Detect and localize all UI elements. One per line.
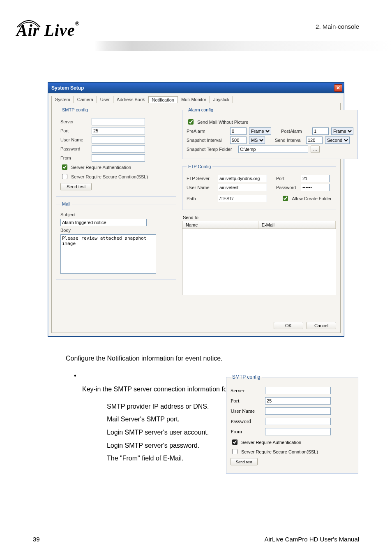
smtp2-port-label: Port — [231, 398, 263, 404]
smtp-ssl-check[interactable] — [62, 174, 67, 179]
snap-int-unit[interactable]: MS — [249, 136, 265, 144]
prealarm-input[interactable] — [230, 127, 247, 135]
tab-system[interactable]: System — [51, 96, 74, 103]
snap-int-label: Snapshot Interval — [187, 138, 228, 143]
smtp-config-cutout: SMTP config Server Port User Name Passwo… — [226, 374, 358, 474]
intro-text: Configure the Notification information f… — [66, 353, 343, 364]
mail-body-input[interactable] — [60, 234, 156, 274]
smtp2-legend: SMTP config — [231, 374, 262, 380]
alarm-legend: Alarm config — [187, 107, 215, 112]
mail-subject-label: Subject — [60, 212, 89, 217]
sendto-listbox[interactable] — [182, 229, 336, 295]
cancel-button[interactable]: Cancel — [307, 322, 336, 329]
footer-text: AirLive CamPro HD User's Manual — [265, 536, 359, 543]
sendto-label: Send to — [183, 215, 336, 220]
ok-button[interactable]: OK — [274, 322, 303, 329]
postalarm-input[interactable] — [312, 127, 329, 135]
alarm-nopic-checkbox[interactable]: Send Mail Wthout Picture — [187, 118, 353, 126]
sendto-list-header: Name E-Mail — [182, 221, 336, 229]
tab-joystick[interactable]: Joystick — [210, 96, 233, 103]
mail-group: Mail Subject Body — [56, 201, 176, 280]
browse-button[interactable]: ... — [311, 146, 320, 153]
smtp-ssl-checkbox[interactable]: Server Require Secure Conntion(SSL) — [60, 173, 172, 180]
prealarm-unit[interactable]: Frame — [249, 127, 271, 135]
smtp2-from-label: From — [231, 428, 263, 435]
snap-int-input[interactable] — [230, 136, 247, 144]
postalarm-unit[interactable]: Frame — [331, 127, 353, 135]
tab-bar: System Camera User Address Book Notifica… — [48, 93, 344, 103]
smtp2-user-input[interactable] — [265, 407, 331, 415]
smtp-server-input[interactable] — [92, 118, 145, 125]
smtp2-ssl-checkbox[interactable]: Server Require Secure Conntion(SSL) — [231, 448, 354, 456]
alarm-config-group: Alarm config Send Mail Wthout Picture Pr… — [182, 107, 358, 159]
smtp-from-label: From — [60, 155, 89, 160]
postalarm-label: PostAlarm — [281, 129, 310, 134]
smtp2-auth-checkbox[interactable]: Server Require Authentication — [231, 438, 354, 446]
smtp2-from-input[interactable] — [265, 428, 331, 435]
smtp-port-label: Port — [60, 128, 89, 133]
mail-subject-input[interactable] — [60, 219, 147, 226]
ftp-pass-input[interactable] — [301, 184, 330, 191]
tab-user[interactable]: User — [97, 96, 113, 103]
ftp-port-input[interactable] — [301, 175, 330, 182]
smtp-auth-check[interactable] — [62, 164, 67, 170]
sendto-col-name[interactable]: Name — [182, 221, 258, 229]
smtp-server-label: Server — [60, 119, 89, 124]
ftp-path-label: Path — [187, 196, 215, 201]
ftp-pass-label: Password — [276, 185, 298, 190]
ftp-createfolder-checkbox[interactable]: Allow Create Folder — [281, 194, 332, 202]
ftp-path-input[interactable] — [218, 195, 267, 202]
smtp2-auth-check[interactable] — [232, 439, 238, 445]
smtp-config-group: SMTP config Server Port User Name Passwo… — [56, 107, 176, 197]
smtp2-pass-input[interactable] — [265, 418, 331, 425]
smtp-port-input[interactable] — [92, 127, 145, 134]
smtp2-server-label: Server — [231, 387, 263, 394]
smtp-legend: SMTP config — [60, 107, 90, 112]
tab-camera[interactable]: Camera — [74, 96, 97, 103]
smtp-auth-checkbox[interactable]: Server Require Authentication — [60, 163, 172, 171]
smtp2-ssl-check[interactable] — [232, 449, 238, 454]
header-divider — [0, 41, 392, 51]
smtp-pass-label: Password — [60, 146, 89, 151]
section-header: 2. Main-console — [316, 23, 359, 30]
prealarm-label: PreAlarm — [187, 129, 228, 134]
send-int-unit[interactable]: Second — [325, 136, 350, 144]
smtp-user-label: User Name — [60, 137, 89, 142]
send-int-label: Send Interval — [275, 138, 304, 143]
ftp-config-group: FTP Config FTP Server Port User Name — [182, 164, 336, 210]
ftp-port-label: Port — [276, 176, 298, 181]
ftp-legend: FTP Config — [187, 164, 212, 169]
close-icon[interactable]: ✕ — [334, 84, 342, 92]
smtp-pass-input[interactable] — [92, 145, 145, 153]
smtp-user-input[interactable] — [92, 136, 145, 143]
ftp-user-input[interactable] — [218, 184, 267, 191]
send-int-input[interactable] — [306, 136, 323, 144]
tab-muti-monitor[interactable]: Muti-Monitor — [178, 96, 210, 103]
send-test-button[interactable]: Send test — [60, 183, 92, 190]
tab-notification[interactable]: Notification — [148, 96, 178, 103]
tab-address-book[interactable]: Address Book — [113, 96, 148, 103]
dialog-titlebar[interactable]: System Setup ✕ — [48, 83, 344, 93]
sendto-col-email[interactable]: E-Mail — [258, 221, 336, 229]
smtp2-sendtest-button[interactable]: Send test — [231, 458, 258, 465]
alarm-nopic-check[interactable] — [188, 119, 194, 125]
smtp2-pass-label: Password — [231, 418, 263, 425]
snap-folder-input[interactable] — [238, 146, 308, 153]
smtp-from-input[interactable] — [92, 154, 145, 162]
mail-body-label: Body — [60, 228, 89, 233]
dialog-title: System Setup — [51, 85, 84, 91]
mail-legend: Mail — [60, 201, 72, 206]
smtp2-user-label: User Name — [231, 408, 263, 414]
page-number: 39 — [33, 536, 40, 543]
ftp-user-label: User Name — [187, 185, 215, 190]
logo-text: Air Live® — [16, 21, 80, 40]
ftp-server-label: FTP Server — [187, 176, 215, 181]
smtp2-server-input[interactable] — [265, 387, 331, 394]
snap-folder-label: Snapshot Temp Folder — [187, 147, 236, 152]
system-setup-dialog: System Setup ✕ System Camera User Addres… — [48, 82, 344, 337]
ftp-server-input[interactable] — [218, 175, 267, 182]
ftp-createfolder-check[interactable] — [283, 196, 288, 201]
tab-panel-notification: SMTP config Server Port User Name Passwo… — [51, 103, 341, 333]
smtp2-port-input[interactable] — [265, 397, 331, 405]
